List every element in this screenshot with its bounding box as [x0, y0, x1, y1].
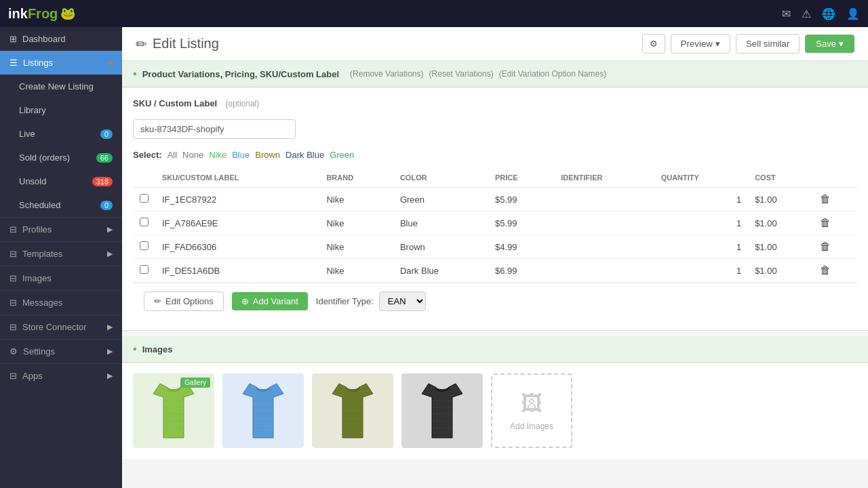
sell-similar-button[interactable]: Sell similar [736, 34, 800, 54]
save-label: Save [816, 39, 836, 49]
row-price: $6.99 [488, 259, 554, 283]
row-brand: Nike [319, 211, 393, 235]
preview-label: Preview [681, 39, 713, 49]
settings-icon: ⚙ [9, 346, 18, 357]
row-checkbox[interactable] [140, 218, 149, 226]
preview-chevron-icon: ▾ [715, 39, 720, 49]
sold-badge: 66 [96, 153, 113, 163]
sidebar-item-library[interactable]: Library [0, 98, 122, 122]
store-connector-icon: ⊟ [9, 322, 17, 332]
image-thumb[interactable] [222, 373, 304, 448]
row-brand: Nike [319, 188, 393, 211]
page-content: ▪ Product Variations, Pricing, SKU/Custo… [122, 61, 868, 488]
image-thumb[interactable] [312, 373, 393, 448]
row-color: Dark Blue [393, 259, 488, 283]
row-sku: IF_1EC87922 [155, 188, 319, 211]
row-delete[interactable]: 🗑 [813, 211, 857, 235]
sidebar-item-dashboard[interactable]: ⊞ Dashboard [0, 27, 122, 51]
row-cost: $1.00 [748, 259, 812, 283]
shirt-svg-olive [329, 380, 376, 441]
live-badge: 0 [100, 129, 113, 139]
variations-title: Product Variations, Pricing, SKU/Custom … [142, 69, 339, 79]
variations-section: ▪ Product Variations, Pricing, SKU/Custo… [122, 61, 868, 331]
row-price: $5.99 [488, 211, 554, 235]
sidebar-item-settings[interactable]: ⚙ Settings ▶ [0, 339, 122, 363]
logo-frog: Frog [28, 6, 58, 22]
sidebar-item-label: Listings [23, 58, 53, 68]
logo: inkFrog 🐸 [8, 6, 75, 22]
sidebar-item-profiles[interactable]: ⊟ Profiles ▶ [0, 217, 122, 241]
images-section: ▪ Images Gallery [122, 336, 868, 459]
sidebar-item-templates[interactable]: ⊟ Templates ▶ [0, 241, 122, 266]
sidebar: ⊞ Dashboard ☰ Listings ◀ Create New List… [0, 27, 122, 488]
row-delete[interactable]: 🗑 [813, 235, 857, 259]
row-quantity: 1 [654, 259, 748, 283]
sidebar-item-unsold[interactable]: Unsold 318 [0, 169, 122, 193]
row-sku: IF_A786AE9E [155, 211, 319, 235]
unsold-badge: 318 [92, 177, 113, 186]
alert-icon[interactable]: ⚠ [802, 7, 811, 20]
variations-header: ▪ Product Variations, Pricing, SKU/Custo… [122, 61, 868, 87]
add-images-icon: 🖼 [521, 391, 542, 416]
select-label: Select: [133, 150, 162, 160]
select-brown-link[interactable]: Brown [255, 150, 280, 160]
row-delete[interactable]: 🗑 [813, 259, 857, 283]
mail-icon[interactable]: ✉ [782, 7, 791, 20]
save-button[interactable]: Save ▾ [805, 35, 854, 53]
select-row: Select: All None Nike Blue Brown Dark Bl… [133, 150, 857, 160]
sidebar-item-apps[interactable]: ⊟ Apps ▶ [0, 363, 122, 388]
row-checkbox-cell [133, 259, 155, 283]
user-icon[interactable]: 👤 [846, 7, 860, 20]
reset-variations-link[interactable]: (Reset Variations) [429, 69, 494, 79]
select-all-link[interactable]: All [167, 150, 177, 160]
select-none-link[interactable]: None [182, 150, 203, 160]
select-green-link[interactable]: Green [330, 150, 354, 160]
sidebar-item-messages[interactable]: ⊟ Messages [0, 290, 122, 314]
sidebar-item-scheduled[interactable]: Scheduled 0 [0, 193, 122, 217]
row-checkbox[interactable] [140, 265, 149, 274]
sidebar-item-images[interactable]: ⊟ Images [0, 266, 122, 290]
edit-variation-names-link[interactable]: (Edit Variation Option Names) [499, 69, 607, 79]
messages-label: Messages [22, 298, 62, 308]
variations-body: SKU / Custom Label (optional) Select: Al… [122, 87, 868, 330]
main-content: ✏ Edit Listing ⚙ Preview ▾ Sell similar … [122, 27, 868, 488]
table-row: IF_FAD66306 Nike Brown $4.99 1 $1.00 🗑 [133, 235, 857, 259]
top-navigation: inkFrog 🐸 ✉ ⚠ 🌐 👤 [0, 0, 868, 27]
scheduled-label: Scheduled [19, 200, 60, 210]
remove-variations-link[interactable]: (Remove Variations) [350, 69, 423, 79]
sidebar-item-live[interactable]: Live 0 [0, 122, 122, 146]
identifier-type-select[interactable]: EAN UPC ISBN ASIN [379, 291, 426, 311]
edit-options-label: Edit Options [165, 296, 214, 306]
create-listing-label: Create New Listing [19, 81, 94, 92]
row-quantity: 1 [654, 235, 748, 259]
globe-icon[interactable]: 🌐 [822, 7, 835, 20]
sidebar-item-store-connector[interactable]: ⊟ Store Connector ▶ [0, 314, 122, 339]
sku-input[interactable] [133, 119, 296, 139]
sku-label: SKU / Custom Label [133, 98, 217, 108]
chevron-right-icon: ▶ [107, 249, 113, 258]
table-row: IF_A786AE9E Nike Blue $5.99 1 $1.00 🗑 [133, 211, 857, 235]
sidebar-item-create-listing[interactable]: Create New Listing [0, 75, 122, 98]
edit-options-button[interactable]: ✏ Edit Options [144, 291, 224, 311]
variants-table: SKU/CUSTOM LABEL BRAND COLOR PRICE IDENT… [133, 168, 857, 283]
library-label: Library [19, 105, 46, 115]
gear-button[interactable]: ⚙ [642, 34, 665, 54]
sidebar-item-sold[interactable]: Sold (orders) 66 [0, 146, 122, 169]
table-row: IF_DE51A6DB Nike Dark Blue $6.99 1 $1.00… [133, 259, 857, 283]
row-delete[interactable]: 🗑 [813, 188, 857, 211]
preview-button[interactable]: Preview ▾ [671, 34, 730, 54]
table-row: IF_1EC87922 Nike Green $5.99 1 $1.00 🗑 [133, 188, 857, 211]
image-thumb[interactable] [401, 373, 483, 448]
sidebar-item-listings[interactable]: ☰ Listings ◀ [0, 51, 122, 75]
add-variant-button[interactable]: ⊕ Add Variant [232, 292, 308, 310]
page-title: ✏ Edit Listing [136, 36, 219, 52]
select-nike-link[interactable]: Nike [209, 150, 226, 160]
select-blue-link[interactable]: Blue [232, 150, 250, 160]
image-thumb[interactable]: Gallery [133, 373, 214, 448]
row-checkbox[interactable] [140, 194, 149, 203]
col-quantity: QUANTITY [654, 168, 748, 188]
row-identifier [554, 235, 654, 259]
add-images-box[interactable]: 🖼 Add Images [491, 373, 572, 448]
select-darkblue-link[interactable]: Dark Blue [285, 150, 324, 160]
row-checkbox[interactable] [140, 241, 149, 250]
